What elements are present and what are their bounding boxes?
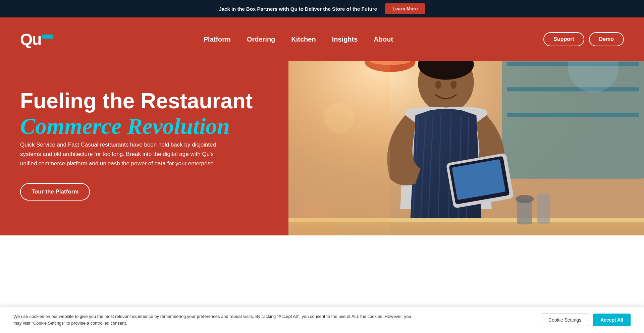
hero-title: Fueling the Restaurant Commerce Revoluti… bbox=[20, 89, 268, 140]
header: Qu Platform Ordering Kitchen Insights Ab… bbox=[0, 17, 644, 61]
svg-point-29 bbox=[516, 195, 534, 203]
restaurant-scene-image bbox=[288, 61, 644, 235]
logo[interactable]: Qu bbox=[20, 30, 53, 49]
tour-platform-button[interactable]: Tour the Platform bbox=[20, 183, 90, 201]
nav-item-about[interactable]: About bbox=[374, 36, 393, 43]
svg-rect-28 bbox=[537, 194, 550, 224]
logo-accent-bar bbox=[42, 35, 53, 39]
main-nav: Platform Ordering Kitchen Insights About bbox=[204, 36, 393, 43]
svg-rect-7 bbox=[507, 113, 639, 117]
learn-more-button[interactable]: Learn More bbox=[385, 3, 425, 14]
svg-point-13 bbox=[435, 81, 441, 89]
nav-item-platform[interactable]: Platform bbox=[204, 36, 231, 43]
announcement-bar: Jack in the Box Partners with Qu to Deli… bbox=[0, 0, 644, 17]
hero-image bbox=[288, 61, 644, 235]
hero-section: Fueling the Restaurant Commerce Revoluti… bbox=[0, 61, 644, 235]
svg-rect-6 bbox=[507, 87, 639, 91]
nav-actions: Support Demo bbox=[543, 32, 624, 46]
svg-point-14 bbox=[450, 81, 457, 89]
svg-rect-33 bbox=[288, 61, 390, 235]
demo-button[interactable]: Demo bbox=[589, 32, 624, 46]
support-button[interactable]: Support bbox=[543, 32, 584, 46]
hero-content: Fueling the Restaurant Commerce Revoluti… bbox=[0, 61, 288, 235]
nav-item-ordering[interactable]: Ordering bbox=[247, 36, 275, 43]
hero-description: Quick Service and Fast Casual restaurant… bbox=[20, 140, 228, 168]
logo-text: Qu bbox=[20, 30, 41, 49]
hero-title-line1: Fueling the Restaurant bbox=[20, 89, 253, 113]
hero-title-line2: Commerce Revolution bbox=[20, 113, 230, 139]
nav-item-kitchen[interactable]: Kitchen bbox=[291, 36, 316, 43]
below-hero-section bbox=[0, 235, 644, 276]
announcement-text: Jack in the Box Partners with Qu to Deli… bbox=[219, 6, 377, 12]
nav-item-insights[interactable]: Insights bbox=[332, 36, 358, 43]
